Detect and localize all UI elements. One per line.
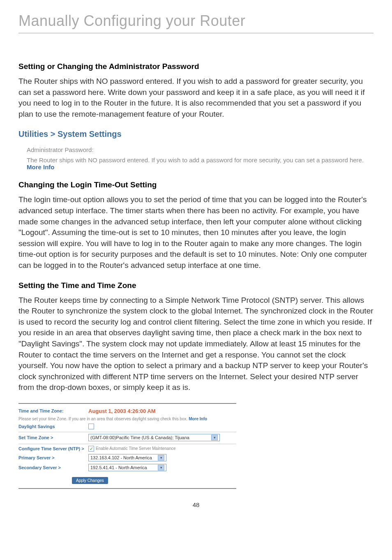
primary-server-value: 132.163.4.102 - North America (90, 455, 152, 460)
bottom-divider (18, 488, 236, 489)
chevron-down-icon: ▾ (211, 435, 218, 440)
more-info-link[interactable]: More Info (27, 164, 55, 171)
time-desc-text: Please set your time Zone. If you are in… (18, 417, 189, 421)
time-more-info-link[interactable]: More Info (189, 417, 207, 421)
configure-ntp-label: Configure Time Server (NTP) > (18, 446, 88, 451)
primary-server-select[interactable]: 132.163.4.102 - North America ▾ (88, 454, 166, 461)
section1-heading: Setting or Changing the Administrator Pa… (18, 62, 374, 71)
title-divider (18, 33, 374, 33)
time-zone-select[interactable]: (GMT-08:00)Pacific Time (US & Canada); T… (88, 434, 220, 441)
apply-changes-button[interactable]: Apply Changes (72, 477, 108, 484)
admin-password-desc: The Router ships with NO password entere… (27, 157, 374, 171)
chevron-down-icon: ▾ (158, 465, 164, 470)
enable-ntp-text: Enable Automatic Time Server Maintenance (96, 446, 176, 451)
admin-desc-text: The Router ships with NO password entere… (27, 157, 364, 164)
page-title: Manually Configuring your Router (18, 12, 374, 30)
section1-body: The Router ships with NO password entere… (18, 76, 374, 120)
secondary-server-value: 192.5.41.41 - North America (90, 465, 147, 470)
utilities-heading: Utilities > System Settings (18, 129, 374, 139)
time-zone-header-label: Time and Time Zone: (18, 408, 88, 413)
primary-server-label: Primary Server > (18, 455, 88, 460)
set-time-zone-label: Set Time Zone > (18, 435, 88, 440)
current-time-value: August 1, 2003 4:26:00 AM (88, 408, 156, 414)
daylight-savings-checkbox[interactable] (88, 424, 94, 429)
section2-heading: Changing the Login Time-Out Setting (18, 180, 374, 189)
time-desc: Please set your time Zone. If you are in… (18, 417, 236, 421)
daylight-savings-label: Daylight Savings (18, 424, 88, 429)
section3-heading: Setting the Time and Time Zone (18, 281, 374, 290)
page-number: 48 (18, 501, 374, 508)
secondary-server-select[interactable]: 192.5.41.41 - North America ▾ (88, 464, 166, 471)
section2-body: The login time-out option allows you to … (18, 194, 374, 271)
secondary-server-label: Secondary Server > (18, 465, 88, 470)
enable-ntp-checkbox[interactable] (88, 446, 94, 452)
divider (18, 432, 236, 432)
admin-password-label: Administrator Password: (27, 146, 374, 153)
divider (18, 444, 236, 444)
time-zone-value: (GMT-08:00)Pacific Time (US & Canada); T… (90, 435, 189, 440)
chevron-down-icon: ▾ (158, 455, 164, 461)
section3-body: The Router keeps time by connecting to a… (18, 295, 374, 393)
time-settings-panel: Time and Time Zone: August 1, 2003 4:26:… (18, 403, 236, 489)
